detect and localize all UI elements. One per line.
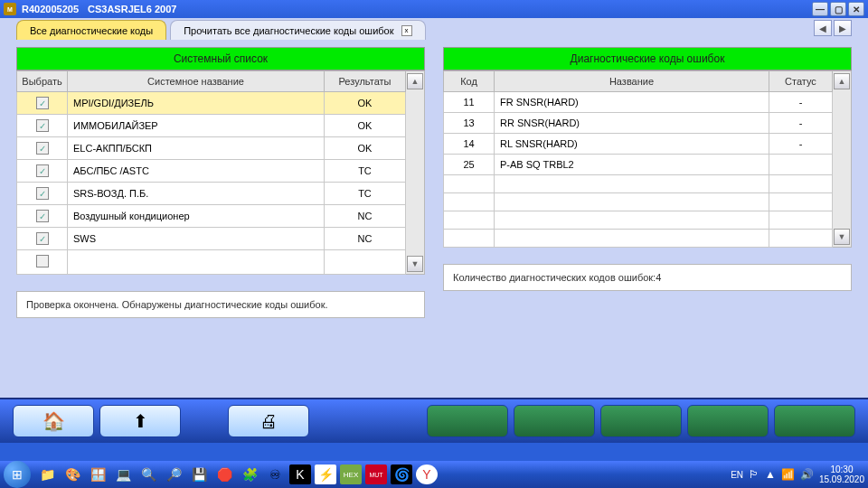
paint-icon[interactable]: 🎨 (61, 465, 83, 484)
cell-code (444, 175, 495, 193)
cell-select[interactable]: ✓ (17, 92, 68, 115)
tab-label: Все диагностические коды (30, 25, 153, 36)
table-row[interactable] (444, 193, 833, 211)
cell-name: АБС/ПБС /ASTC (68, 160, 325, 183)
cell-name (68, 250, 325, 275)
toolbar-slot-3[interactable] (600, 405, 682, 437)
table-row[interactable] (444, 230, 833, 248)
system-table: Выбрать Системное название Результаты ✓M… (16, 70, 406, 275)
dtc-scrollbar[interactable]: ▲ ▼ (833, 70, 852, 248)
back-button[interactable]: ⬆ (99, 405, 181, 437)
explorer-icon[interactable]: 📁 (36, 465, 58, 484)
hex-icon[interactable]: HEX (340, 465, 362, 484)
table-row[interactable]: 25P-AB SQ TRBL2 (444, 155, 833, 175)
checkbox-icon[interactable]: ✓ (36, 210, 49, 222)
table-row[interactable]: ✓Воздушный кондиционерNC (17, 205, 406, 228)
close-tab-icon[interactable]: x (401, 25, 412, 36)
cell-select[interactable]: ✓ (17, 228, 68, 250)
app-icon[interactable]: 🔎 (163, 465, 184, 484)
checkbox-icon[interactable] (36, 255, 49, 267)
table-row[interactable]: ✓ELC-АКПП/БСКПOK (17, 137, 406, 160)
checkbox-icon[interactable]: ✓ (36, 119, 49, 132)
table-row[interactable] (444, 211, 833, 230)
checkbox-icon[interactable]: ✓ (36, 142, 49, 155)
language-indicator[interactable]: EN (731, 470, 743, 480)
app-icon[interactable]: 🔍 (137, 465, 159, 484)
col-result: Результаты (324, 71, 405, 92)
table-row[interactable] (17, 250, 406, 275)
col-name: Системное название (68, 71, 325, 92)
tab-all-codes[interactable]: Все диагностические коды (16, 20, 166, 40)
cell-status (769, 193, 832, 211)
scroll-down-icon[interactable]: ▼ (834, 229, 850, 245)
cell-select[interactable]: ✓ (17, 137, 68, 160)
table-row[interactable]: 14RL SNSR(HARD)- (444, 134, 833, 155)
cell-result (324, 250, 405, 275)
network-icon[interactable]: 📶 (781, 468, 795, 481)
toolbar-slot-2[interactable] (514, 405, 595, 437)
scroll-down-icon[interactable]: ▼ (407, 256, 423, 272)
maximize-button[interactable]: ▢ (830, 2, 846, 16)
volume-icon[interactable]: 🔊 (800, 468, 814, 481)
table-row[interactable]: ✓ИММОБИЛАЙЗЕРOK (17, 115, 406, 137)
window-titlebar: M R402005205 CS3ASRJEL6 2007 — ▢ ✕ (0, 0, 868, 18)
clock[interactable]: 10:30 15.09.2020 (819, 465, 864, 484)
flag-icon[interactable]: 🏳 (749, 468, 760, 481)
app-icon[interactable]: 🧩 (239, 465, 260, 484)
system-list-header: Системный список (16, 47, 425, 70)
cell-result: NC (324, 228, 405, 250)
scroll-up-icon[interactable]: ▲ (834, 73, 850, 89)
minimize-button[interactable]: — (812, 2, 828, 16)
table-row[interactable]: 13RR SNSR(HARD)- (444, 113, 833, 134)
app-icon[interactable]: K (289, 465, 311, 484)
system-scrollbar[interactable]: ▲ ▼ (406, 70, 425, 275)
table-row[interactable]: ✓MPI/GDI/ДИЗЕЛЬOK (17, 92, 406, 115)
scroll-up-icon[interactable]: ▲ (407, 73, 423, 89)
dtc-table-wrap: Код Название Статус 11FR SNSR(HARD)-13RR… (443, 70, 852, 248)
cell-name (495, 175, 769, 193)
table-row[interactable]: ✓SWSNC (17, 228, 406, 250)
app-icon[interactable]: 🪟 (87, 465, 108, 484)
cell-name: RL SNSR(HARD) (495, 134, 769, 155)
save-icon[interactable]: 💾 (188, 465, 210, 484)
cell-select[interactable] (17, 250, 68, 275)
checkbox-icon[interactable]: ✓ (36, 187, 49, 200)
app-icon[interactable]: 💻 (112, 465, 134, 484)
cell-status: - (769, 92, 832, 113)
col-name: Название (495, 71, 769, 92)
checkbox-icon[interactable]: ✓ (36, 97, 49, 109)
mut-icon[interactable]: MUT (365, 465, 387, 484)
checkbox-icon[interactable]: ✓ (36, 232, 49, 245)
start-button[interactable]: ⊞ (4, 461, 31, 488)
tab-read-errors[interactable]: Прочитать все диагностические коды ошибо… (170, 20, 425, 40)
tab-next-button[interactable]: ▶ (834, 20, 852, 36)
print-button[interactable]: 🖨 (228, 405, 309, 437)
cell-select[interactable]: ✓ (17, 205, 68, 228)
table-row[interactable]: 11FR SNSR(HARD)- (444, 92, 833, 113)
checkbox-icon[interactable]: ✓ (36, 164, 49, 177)
tray-icon[interactable]: ▲ (765, 468, 776, 481)
windows-taskbar: ⊞ 📁 🎨 🪟 💻 🔍 🔎 💾 🛑 🧩 ♾ K ⚡ HEX MUT 🌀 Y EN… (0, 461, 868, 488)
dtc-table: Код Название Статус 11FR SNSR(HARD)-13RR… (443, 70, 833, 248)
yandex-icon[interactable]: Y (416, 465, 438, 484)
table-row[interactable] (444, 175, 833, 193)
toolbar-slot-1[interactable] (427, 405, 508, 437)
table-row[interactable]: ✓SRS-ВОЗД. П.Б.TC (17, 183, 406, 205)
toolbar-slot-4[interactable] (687, 405, 769, 437)
cell-code (444, 211, 495, 230)
close-button[interactable]: ✕ (848, 2, 864, 16)
app-icon[interactable]: 🛑 (213, 465, 235, 484)
home-button[interactable]: 🏠 (13, 405, 94, 437)
table-row[interactable]: ✓АБС/ПБС /ASTCTC (17, 160, 406, 183)
cell-select[interactable]: ✓ (17, 183, 68, 205)
cell-select[interactable]: ✓ (17, 160, 68, 183)
cell-name: RR SNSR(HARD) (495, 113, 769, 134)
app-icon[interactable]: 🌀 (391, 465, 412, 484)
clock-date: 15.09.2020 (819, 474, 864, 484)
toolbar-slot-5[interactable] (774, 405, 855, 437)
tab-prev-button[interactable]: ◀ (814, 20, 832, 36)
app-icon[interactable]: ♾ (264, 465, 286, 484)
cell-result: OK (324, 137, 405, 160)
cell-select[interactable]: ✓ (17, 115, 68, 137)
app-icon[interactable]: ⚡ (315, 465, 336, 484)
